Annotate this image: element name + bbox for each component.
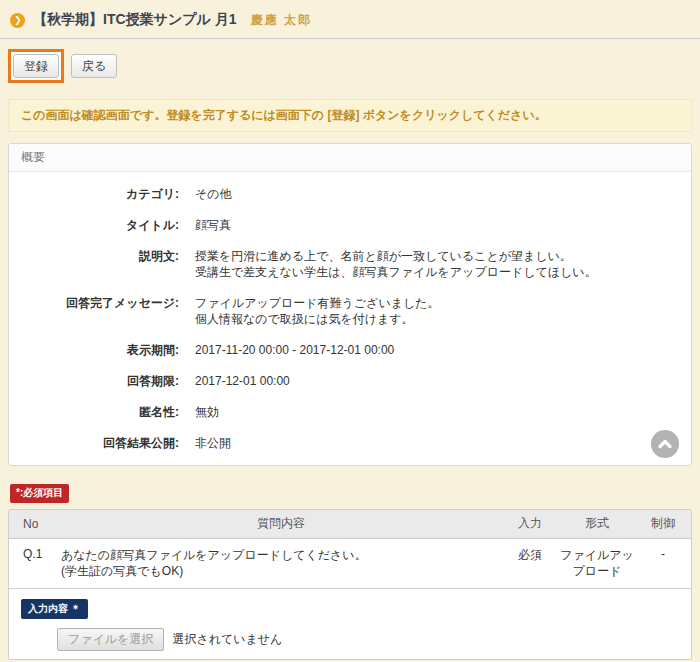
field-label: タイトル: (25, 217, 195, 233)
field-category: カテゴリ: その他 (25, 186, 675, 202)
question-number: Q.1 (9, 547, 61, 561)
input-content-badge: 入力内容 ＊ (21, 599, 88, 619)
field-value: 授業を円滑に進める上で、名前と顔が一致していることが望ましい。 受講生で差支えな… (195, 248, 675, 280)
header-divider (0, 38, 700, 39)
question-format: ファイルアップロード (559, 547, 635, 579)
question-table-header: No 質問内容 入力 形式 制御 (9, 510, 691, 539)
field-title: タイトル: 顔写真 (25, 217, 675, 233)
field-display-period: 表示期間: 2017-11-20 00:00 - 2017-12-01 00:0… (25, 342, 675, 358)
field-label: 表示期間: (25, 342, 195, 358)
chevron-right-circle-icon: ❯ (10, 13, 25, 28)
field-value: 顔写真 (195, 217, 675, 233)
question-table: No 質問内容 入力 形式 制御 Q.1 あなたの顔写真ファイルをアップロードし… (8, 509, 692, 660)
field-value: 2017-11-20 00:00 - 2017-12-01 00:00 (195, 342, 675, 358)
column-header-input: 入力 (501, 515, 559, 532)
field-label: 説明文: (25, 248, 195, 280)
field-label: 回答結果公開: (25, 435, 195, 451)
column-header-format: 形式 (559, 515, 635, 532)
required-items-badge: *:必須項目 (10, 484, 69, 503)
field-value: ファイルアップロード有難うございました。 個人情報なので取扱には気を付けます。 (195, 295, 675, 327)
chevron-up-icon (657, 436, 673, 452)
column-header-no: No (9, 517, 61, 531)
overview-body: カテゴリ: その他 タイトル: 顔写真 説明文: 授業を円滑に進める上で、名前と… (9, 172, 691, 465)
column-header-control: 制御 (635, 515, 691, 532)
field-completion-message: 回答完了メッセージ: ファイルアップロード有難うございました。 個人情報なので取… (25, 295, 675, 327)
table-row: Q.1 あなたの顔写真ファイルをアップロードしてください。 (学生証の写真でもO… (9, 539, 691, 589)
field-result-publication: 回答結果公開: 非公開 (25, 435, 675, 451)
top-toolbar: 登録 戻る (8, 49, 692, 83)
question-input-flag: 必須 (501, 547, 559, 564)
file-selection-status: 選択されていません (172, 631, 282, 648)
back-button-top[interactable]: 戻る (71, 54, 117, 78)
field-value: 無効 (195, 404, 675, 420)
confirmation-notice: この画面は確認画面です。登録を完了するには画面下の [登録] ボタンをクリックし… (8, 99, 692, 132)
question-content: あなたの顔写真ファイルをアップロードしてください。 (学生証の写真でもOK) (61, 547, 501, 579)
field-label: 回答期限: (25, 373, 195, 389)
field-value: その他 (195, 186, 675, 202)
register-button-highlight: 登録 (8, 49, 64, 83)
field-description: 説明文: 授業を円滑に進める上で、名前と顔が一致していることが望ましい。 受講生… (25, 248, 675, 280)
field-answer-deadline: 回答期限: 2017-12-01 00:00 (25, 373, 675, 389)
column-header-content: 質問内容 (61, 515, 501, 532)
question-control: - (635, 547, 691, 561)
field-anonymity: 匿名性: 無効 (25, 404, 675, 420)
creator-name-link[interactable]: 慶應 太郎 (251, 12, 312, 29)
field-label: 匿名性: (25, 404, 195, 420)
page-header: ❯ 【秋学期】ITC授業サンプル 月1 慶應 太郎 (0, 0, 700, 29)
field-value: 非公開 (195, 435, 675, 451)
choose-file-button[interactable]: ファイルを選択 (57, 628, 164, 651)
field-value: 2017-12-01 00:00 (195, 373, 675, 389)
field-label: 回答完了メッセージ: (25, 295, 195, 327)
field-label: カテゴリ: (25, 186, 195, 202)
file-upload-row: ファイルを選択 選択されていません (57, 628, 679, 651)
scroll-to-top-button[interactable] (651, 430, 679, 458)
page-title: 【秋学期】ITC授業サンプル 月1 (33, 11, 237, 29)
register-button-top[interactable]: 登録 (13, 54, 59, 78)
overview-section-title: 概要 (9, 144, 691, 172)
overview-panel: 概要 カテゴリ: その他 タイトル: 顔写真 説明文: 授業を円滑に進める上で、… (8, 143, 692, 466)
answer-input-area: 入力内容 ＊ ファイルを選択 選択されていません (9, 589, 691, 659)
